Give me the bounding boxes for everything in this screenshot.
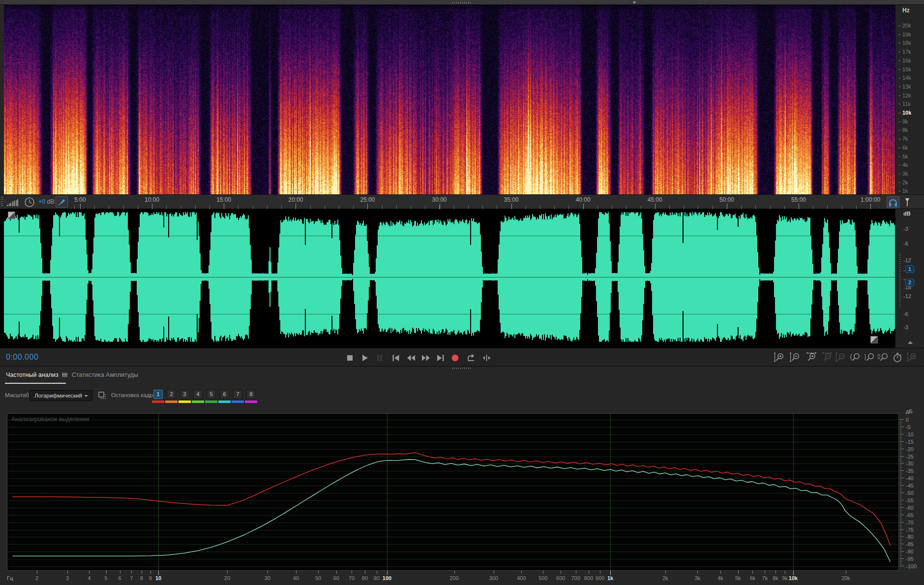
channel-badge-2[interactable]: 2 bbox=[905, 278, 914, 286]
marker-pin-icon[interactable] bbox=[903, 197, 912, 208]
hold-button-7[interactable]: 7 bbox=[233, 390, 242, 399]
hold-color-bar-2 bbox=[165, 400, 178, 403]
hz-tick-label: 13k bbox=[902, 84, 911, 90]
time-tick-label: 20:00 bbox=[288, 196, 303, 203]
timer-button[interactable] bbox=[891, 352, 903, 364]
zoom-out-horizontal-button[interactable] bbox=[821, 352, 833, 364]
hz-tick-label: 4k bbox=[902, 162, 908, 168]
db-scale-label: -12 bbox=[903, 293, 911, 299]
zoom-in-horizontal-button[interactable] bbox=[805, 352, 817, 364]
loop-playback-button[interactable] bbox=[465, 352, 477, 364]
x-tick-mark bbox=[318, 571, 319, 574]
copy-frame-button[interactable] bbox=[97, 391, 107, 400]
hold-button-3[interactable]: 3 bbox=[180, 390, 189, 399]
y-tick-label: -70 bbox=[906, 520, 914, 525]
zoom-selection-button[interactable]: {} bbox=[877, 352, 889, 364]
x-tick-label: 900 bbox=[596, 575, 604, 581]
playhead-time-display[interactable]: 0:00.000 bbox=[6, 353, 38, 362]
hold-button-8[interactable]: 8 bbox=[246, 390, 256, 399]
tab-amplitude-statistics[interactable]: Статистика Амплитуды bbox=[72, 371, 138, 378]
timeline-toolbar: +0dB 5:0010:0015:0020:0025:0030:0035:004… bbox=[0, 194, 924, 209]
analysis-panel: Частотный анализ Статистика Амплитуды Ма… bbox=[0, 367, 924, 585]
grip-dots-icon bbox=[452, 368, 472, 369]
db-scale-label: -12 bbox=[903, 257, 911, 263]
panel-menu-icon[interactable] bbox=[62, 373, 67, 377]
play-icon bbox=[359, 352, 370, 364]
hold-label: Остановка кадра: bbox=[111, 392, 157, 398]
zoom-selection-right-button[interactable]: } bbox=[864, 352, 875, 364]
hold-button-2[interactable]: 2 bbox=[167, 390, 176, 399]
y-tick-label: -20 bbox=[906, 446, 914, 452]
hold-color-bar-3 bbox=[179, 400, 191, 403]
frequency-ruler[interactable]: Hz 20k19k18k17k16k15k14k13k12k11k10k9k8k… bbox=[895, 5, 924, 194]
hold-button-5[interactable]: 5 bbox=[207, 390, 216, 399]
zoom-out-horizontal-icon bbox=[821, 352, 833, 363]
spectrogram-canvas[interactable] bbox=[4, 5, 895, 194]
frequency-axis-unit: Гц bbox=[7, 575, 13, 581]
spectral-menu-caret-icon[interactable] bbox=[632, 1, 636, 4]
hz-tick-label: 2k bbox=[902, 180, 908, 185]
scroll-up-arrow[interactable] bbox=[908, 341, 913, 344]
zoom-in-point-button[interactable] bbox=[906, 352, 918, 364]
fast-forward-button[interactable] bbox=[420, 352, 432, 364]
db-scale-label: -3 bbox=[903, 324, 908, 330]
time-tick-mark bbox=[152, 204, 152, 209]
x-tick-mark bbox=[377, 571, 377, 574]
db-scale-label: -3 bbox=[903, 226, 908, 232]
zoom-out-vertical-button[interactable] bbox=[789, 352, 801, 364]
play-button[interactable] bbox=[359, 352, 371, 364]
rewind-button[interactable] bbox=[405, 352, 417, 364]
x-tick-label: 7k bbox=[762, 575, 768, 581]
clock-icon[interactable] bbox=[24, 196, 35, 208]
time-tick-label: 55:00 bbox=[791, 196, 806, 203]
hold-color-bar-7 bbox=[232, 400, 244, 403]
scale-dropdown[interactable]: Логарифмический bbox=[30, 390, 92, 401]
hz-tick-label: 8k bbox=[902, 127, 908, 133]
fast-forward-icon bbox=[420, 352, 431, 364]
gain-readout[interactable]: +0dB bbox=[38, 198, 55, 205]
tab-frequency-analysis[interactable]: Частотный анализ bbox=[6, 371, 67, 378]
waveform-canvas[interactable] bbox=[4, 209, 895, 348]
fade-out-handle[interactable] bbox=[870, 336, 878, 343]
x-tick-mark bbox=[793, 571, 794, 575]
pin-button[interactable] bbox=[56, 196, 68, 208]
monitor-button[interactable] bbox=[887, 196, 899, 208]
level-meter-icon[interactable] bbox=[7, 199, 20, 206]
hz-tick-mark bbox=[898, 113, 901, 113]
hz-tick-mark bbox=[898, 130, 901, 130]
skip-arrows-button[interactable] bbox=[481, 352, 493, 364]
hz-tick-label: 18k bbox=[902, 40, 911, 46]
y-tick-label: -10 bbox=[906, 431, 914, 437]
x-tick-label: 60 bbox=[333, 575, 339, 581]
channel-badge-1[interactable]: 1 bbox=[905, 265, 914, 273]
hold-button-4[interactable]: 4 bbox=[193, 390, 203, 399]
graph-annotation: Анализированое выделение bbox=[11, 416, 89, 423]
x-tick-mark bbox=[561, 571, 561, 574]
zoom-selection-left-button[interactable]: { bbox=[849, 352, 861, 364]
hold-button-6[interactable]: 6 bbox=[220, 390, 229, 399]
panel-drag-grip[interactable] bbox=[0, 0, 924, 5]
zoom-in-vertical-icon bbox=[774, 352, 785, 363]
skip-arrows-icon bbox=[481, 352, 492, 364]
time-tick-mark bbox=[296, 204, 296, 209]
x-tick-mark bbox=[227, 571, 228, 574]
zoom-selection-icon: {} bbox=[878, 352, 889, 363]
time-ruler[interactable]: 5:0010:0015:0020:0025:0030:0035:0040:004… bbox=[74, 195, 884, 210]
y-tick-label: -15 bbox=[906, 439, 914, 445]
stop-button[interactable] bbox=[344, 352, 356, 364]
hold-color-bar-4 bbox=[192, 400, 204, 403]
record-button[interactable] bbox=[449, 352, 461, 364]
skip-to-start-button[interactable] bbox=[390, 352, 402, 364]
x-tick-mark bbox=[600, 571, 600, 574]
db-axis: дБ 0-5-10-15-20-25-30-35-40-45-50-55-60-… bbox=[899, 413, 924, 571]
hold-button-1[interactable]: 1 bbox=[153, 390, 163, 399]
time-tick-mark bbox=[511, 204, 512, 209]
x-tick-mark bbox=[543, 571, 543, 574]
pause-button[interactable] bbox=[374, 352, 386, 364]
skip-to-end-button[interactable] bbox=[435, 352, 447, 364]
gain-value[interactable]: +0 bbox=[38, 198, 45, 205]
zoom-out-full-button[interactable] bbox=[835, 352, 846, 364]
zoom-in-vertical-button[interactable] bbox=[773, 352, 785, 364]
x-tick-label: 2k bbox=[662, 575, 668, 581]
fade-in-handle[interactable] bbox=[8, 212, 15, 219]
